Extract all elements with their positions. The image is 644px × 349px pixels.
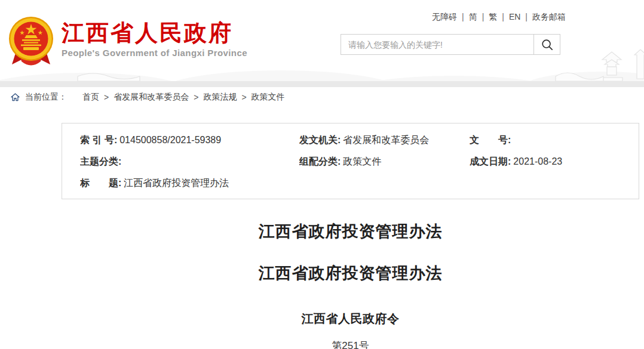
breadcrumb-location-label: 当前位置： bbox=[25, 92, 67, 103]
field-group-category: 组配分类: 政策文件 bbox=[299, 151, 470, 172]
government-order-number: 第251号 bbox=[62, 340, 639, 349]
home-icon bbox=[11, 93, 20, 101]
breadcrumb-item-policy-laws[interactable]: 政策法规 bbox=[203, 92, 237, 103]
field-issuing-agency: 发文机关: 省发展和改革委员会 bbox=[299, 129, 470, 151]
field-label: 成文日期: bbox=[470, 156, 511, 168]
field-value: 江西省政府投资管理办法 bbox=[124, 177, 229, 190]
field-value: 2021-08-23 bbox=[513, 156, 562, 167]
doc-info-table: 索 引 号: 014500858/2021-59389 发文机关: 省发展和改革… bbox=[62, 123, 639, 199]
site-subtitle: People's Government of Jiangxi Province bbox=[62, 48, 247, 58]
breadcrumb-item-policy-docs[interactable]: 政策文件 bbox=[252, 92, 285, 103]
document-body: 江西省政府投资管理办法 江西省政府投资管理办法 江西省人民政府令 第251号 bbox=[62, 223, 639, 349]
field-value: 省发展和改革委员会 bbox=[343, 134, 429, 147]
search-button[interactable] bbox=[533, 35, 560, 54]
breadcrumb-separator: > bbox=[241, 92, 246, 102]
site-header: 江西省人民政府 People's Government of Jiangxi P… bbox=[0, 0, 644, 81]
link-traditional[interactable]: 繁 bbox=[489, 12, 497, 21]
link-gov-mail[interactable]: 政务邮箱 bbox=[532, 12, 566, 21]
search-icon bbox=[541, 39, 553, 51]
link-separator: | bbox=[482, 12, 484, 21]
field-label: 文 号: bbox=[470, 134, 511, 147]
brand-text: 江西省人民政府 People's Government of Jiangxi P… bbox=[62, 16, 247, 58]
field-label: 发文机关: bbox=[299, 134, 341, 147]
link-accessibility[interactable]: 无障碍 bbox=[432, 12, 457, 21]
site-title: 江西省人民政府 bbox=[62, 20, 247, 45]
field-label: 组配分类: bbox=[299, 156, 341, 168]
breadcrumb-item-home[interactable]: 首页 bbox=[82, 92, 99, 103]
breadcrumb: 当前位置： 首页 > 省发展和改革委员会 > 政策法规 > 政策文件 bbox=[0, 87, 644, 107]
page: 江西省人民政府 People's Government of Jiangxi P… bbox=[0, 0, 644, 349]
national-emblem-icon bbox=[8, 16, 54, 67]
main-content: 索 引 号: 014500858/2021-59389 发文机关: 省发展和改革… bbox=[62, 123, 639, 349]
document-title: 江西省政府投资管理办法 bbox=[62, 223, 639, 240]
link-english[interactable]: EN bbox=[509, 12, 520, 21]
field-label: 主题分类: bbox=[80, 156, 121, 168]
document-title-repeat: 江西省政府投资管理办法 bbox=[62, 264, 639, 282]
breadcrumb-separator: > bbox=[104, 92, 109, 102]
search-input[interactable] bbox=[341, 35, 533, 54]
field-value: 014500858/2021-59389 bbox=[119, 135, 221, 146]
site-brand: 江西省人民政府 People's Government of Jiangxi P… bbox=[8, 16, 247, 67]
field-index-number: 索 引 号: 014500858/2021-59389 bbox=[80, 129, 299, 151]
link-separator: | bbox=[462, 12, 464, 21]
field-document-title: 标 题: 江西省政府投资管理办法 bbox=[80, 172, 639, 194]
search-bar bbox=[341, 34, 560, 55]
header-divider bbox=[0, 81, 644, 87]
field-label: 索 引 号: bbox=[80, 134, 117, 147]
breadcrumb-item-ndrc[interactable]: 省发展和改革委员会 bbox=[114, 92, 189, 103]
field-value: 政策文件 bbox=[343, 156, 381, 168]
field-issue-date: 成文日期: 2021-08-23 bbox=[470, 151, 639, 172]
link-simplified[interactable]: 简 bbox=[469, 12, 477, 21]
link-separator: | bbox=[502, 12, 504, 21]
link-separator: | bbox=[525, 12, 528, 21]
field-label: 标 题: bbox=[80, 177, 121, 190]
top-utility-links: 无障碍|简|繁|EN|政务邮箱 bbox=[432, 12, 566, 23]
field-document-number: 文 号: bbox=[470, 129, 639, 151]
breadcrumb-separator: > bbox=[194, 92, 198, 102]
field-topic-category: 主题分类: bbox=[80, 151, 299, 172]
government-order-caption: 江西省人民政府令 bbox=[62, 312, 639, 325]
